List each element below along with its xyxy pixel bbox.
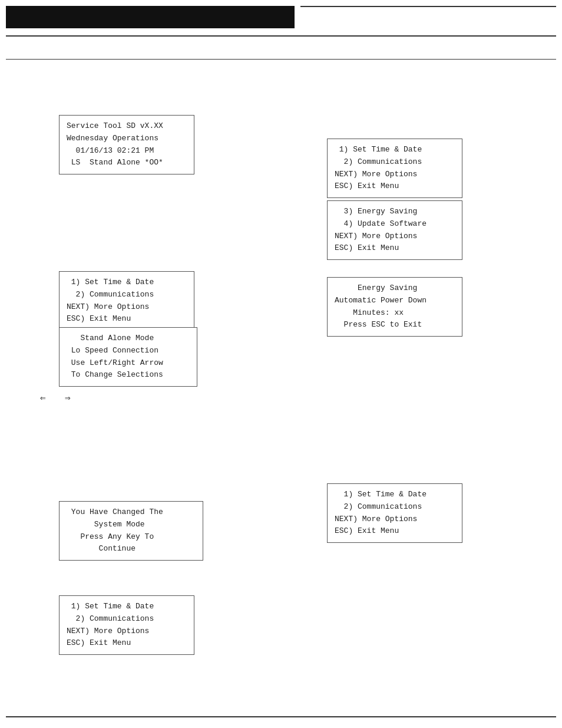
left-arrow: ⇐ xyxy=(40,392,46,404)
menu-bottom-left-box: 1) Set Time & Date 2) Communications NEX… xyxy=(59,595,194,655)
hr-subtitle xyxy=(6,59,556,60)
header-right-line xyxy=(300,6,556,28)
right-arrow: ⇒ xyxy=(65,392,71,404)
energy-saving-box: Energy Saving Automatic Power Down Minut… xyxy=(327,277,462,337)
menu-top-right-1-box: 1) Set Time & Date 2) Communications NEX… xyxy=(327,139,462,198)
changed-mode-box: You Have Changed The System Mode Press A… xyxy=(59,501,203,561)
menu-top-right-2-box: 3) Energy Saving 4) Update Software NEXT… xyxy=(327,200,462,260)
service-tool-box: Service Tool SD vX.XX Wednesday Operatio… xyxy=(59,115,194,174)
menu-right-bottom-box: 1) Set Time & Date 2) Communications NEX… xyxy=(327,483,462,543)
menu-left-1-box: 1) Set Time & Date 2) Communications NEX… xyxy=(59,271,194,331)
subtitle-area xyxy=(6,38,556,59)
hr-top xyxy=(6,35,556,37)
top-header-bar xyxy=(6,6,295,28)
hr-bottom xyxy=(6,716,556,717)
stand-alone-box: Stand Alone Mode Lo Speed Connection Use… xyxy=(59,327,197,387)
